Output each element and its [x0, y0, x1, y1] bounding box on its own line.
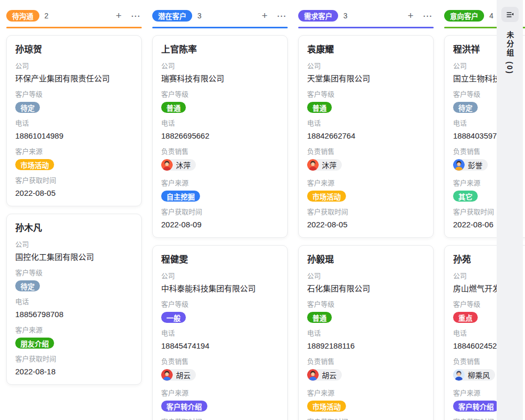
customer-card[interactable]: 孙毅琨 公司石化集团有限公司客户等级普通电话18892188116负责销售胡云客…: [298, 245, 434, 420]
field-label: 电话: [161, 119, 279, 128]
customer-card[interactable]: 程健雯 公司中科泰能科技集团有限公司客户等级一般电话18845474194负责销…: [152, 245, 288, 420]
field-value: 瑞赛科技有限公司: [161, 74, 279, 84]
card-field: 电话18892188116: [307, 329, 425, 351]
customer-name: 袁康耀: [307, 44, 425, 56]
avatar-icon: [161, 159, 173, 171]
column-cards: 上官陈率 公司瑞赛科技有限公司客户等级普通电话18826695662负责销售沐萍…: [152, 35, 288, 420]
card-field: 客户等级待定: [15, 90, 133, 113]
customer-card[interactable]: 上官陈率 公司瑞赛科技有限公司客户等级普通电话18826695662负责销售沐萍…: [152, 35, 288, 238]
field-value: 环保产业集团有限责任公司: [15, 74, 133, 84]
field-tag: 待定: [453, 102, 478, 113]
field-value: 18842662764: [307, 131, 425, 141]
column-header: 待沟通 2 + ···: [6, 9, 142, 22]
field-label: 客户等级: [161, 90, 279, 99]
field-label: 客户获取时间: [15, 355, 133, 363]
kanban-column-2: 潜在客户 3 + ··· 上官陈率 公司瑞赛科技有限公司客户等级普通电话1882…: [152, 7, 288, 420]
field-label: 负责销售: [161, 148, 279, 156]
field-tag: 自主挖掘: [161, 191, 200, 202]
column-stage-tag[interactable]: 需求客户: [298, 10, 338, 22]
card-field: 负责销售胡云: [307, 358, 425, 383]
card-field: 电话18856798708: [15, 298, 133, 320]
column-card-count: 2: [45, 12, 49, 20]
field-label: 公司: [307, 272, 425, 280]
add-card-button[interactable]: +: [259, 10, 270, 22]
board-columns: 待沟通 2 + ··· 孙琼贺 公司环保产业集团有限责任公司客户等级待定电话18…: [0, 0, 525, 420]
collapsed-group-panel[interactable]: 未分组 (0): [497, 0, 523, 420]
field-tag: 其它: [453, 191, 478, 202]
column-more-button[interactable]: ···: [422, 10, 434, 22]
field-label: 客户获取时间: [307, 208, 425, 216]
card-field: 客户等级待定: [15, 269, 133, 291]
field-label: 公司: [161, 62, 279, 70]
salesperson-name: 沐萍: [322, 160, 337, 170]
field-value: 2022-08-05: [15, 188, 133, 198]
customer-name: 上官陈率: [161, 44, 279, 56]
card-field: 客户等级普通: [307, 90, 425, 113]
add-card-button[interactable]: +: [405, 10, 416, 22]
field-label: 公司: [15, 62, 133, 70]
expand-group-button[interactable]: [501, 7, 519, 22]
field-tag: 普通: [307, 102, 332, 113]
column-more-button[interactable]: ···: [276, 10, 288, 22]
salesperson-name: 胡云: [176, 370, 191, 380]
salesperson-name: 彭誉: [468, 160, 482, 170]
field-tag: 普通: [307, 312, 332, 323]
customer-name: 孙毅琨: [307, 254, 425, 266]
field-label: 客户获取时间: [161, 208, 279, 216]
field-label: 负责销售: [307, 148, 425, 156]
field-label: 公司: [307, 62, 425, 70]
collapsed-group-label[interactable]: 未分组 (0): [505, 31, 515, 75]
add-card-button[interactable]: +: [113, 10, 124, 22]
avatar-icon: [453, 369, 465, 381]
field-label: 客户等级: [15, 90, 133, 99]
column-cards: 孙琼贺 公司环保产业集团有限责任公司客户等级待定电话18861014989客户来…: [6, 35, 142, 385]
column-card-count: 4: [489, 12, 494, 20]
card-field: 客户等级一般: [161, 300, 279, 323]
card-fields: 公司国控化工集团有限公司客户等级待定电话18856798708客户来源朋友介绍客…: [15, 240, 133, 377]
column-color-line: [152, 27, 288, 28]
card-field: 客户来源客户转介绍: [161, 389, 279, 412]
column-stage-tag[interactable]: 潜在客户: [152, 10, 192, 22]
card-fields: 公司环保产业集团有限责任公司客户等级待定电话18861014989客户来源市场活…: [15, 62, 133, 198]
field-label: 客户来源: [307, 389, 425, 397]
field-value: 国控化工集团有限公司: [15, 252, 133, 262]
kanban-column-1: 待沟通 2 + ··· 孙琼贺 公司环保产业集团有限责任公司客户等级待定电话18…: [6, 7, 142, 420]
card-fields: 公司石化集团有限公司客户等级普通电话18892188116负责销售胡云客户来源市…: [307, 272, 425, 420]
field-label: 电话: [161, 329, 279, 338]
field-value: 18845474194: [161, 341, 279, 351]
field-tag: 市场活动: [307, 401, 346, 412]
column-more-button[interactable]: ···: [130, 10, 142, 22]
card-field: 客户获取时间2022-08-09: [161, 208, 279, 230]
card-field: 负责销售沐萍: [307, 148, 425, 173]
field-tag: 朋友介绍: [15, 338, 54, 349]
field-value: 2022-08-05: [307, 219, 425, 230]
salesperson-pill: 沐萍: [307, 159, 342, 171]
field-tag: 市场活动: [307, 191, 346, 202]
field-label: 客户获取时间: [307, 418, 425, 420]
field-tag: 待定: [15, 280, 40, 291]
card-field: 客户来源市场活动: [15, 148, 133, 170]
field-tag: 重点: [453, 312, 478, 323]
field-label: 客户等级: [15, 269, 133, 277]
card-field: 客户获取时间: [161, 418, 279, 420]
field-value: 2022-08-18: [15, 366, 133, 377]
card-field: 公司国控化工集团有限公司: [15, 240, 133, 262]
field-label: 客户等级: [161, 300, 279, 309]
column-stage-tag[interactable]: 待沟通: [6, 10, 39, 22]
card-field: 客户来源市场活动: [307, 389, 425, 412]
field-value: 天堂集团有限公司: [307, 74, 425, 84]
collapse-list-icon: [506, 10, 514, 19]
salesperson-pill: 沐萍: [161, 159, 196, 171]
column-stage-tag[interactable]: 意向客户: [444, 10, 484, 22]
customer-card[interactable]: 孙琼贺 公司环保产业集团有限责任公司客户等级待定电话18861014989客户来…: [6, 35, 142, 206]
card-field: 公司石化集团有限公司: [307, 272, 425, 294]
column-card-count: 3: [343, 12, 348, 20]
customer-card[interactable]: 孙木凡 公司国控化工集团有限公司客户等级待定电话18856798708客户来源朋…: [6, 214, 142, 385]
field-label: 客户获取时间: [161, 418, 279, 420]
customer-card[interactable]: 袁康耀 公司天堂集团有限公司客户等级普通电话18842662764负责销售沐萍客…: [298, 35, 434, 238]
card-field: 电话18861014989: [15, 119, 133, 141]
field-tag: 一般: [161, 312, 186, 323]
field-label: 负责销售: [307, 358, 425, 366]
customer-name: 程健雯: [161, 254, 279, 266]
card-field: 负责销售胡云: [161, 358, 279, 383]
